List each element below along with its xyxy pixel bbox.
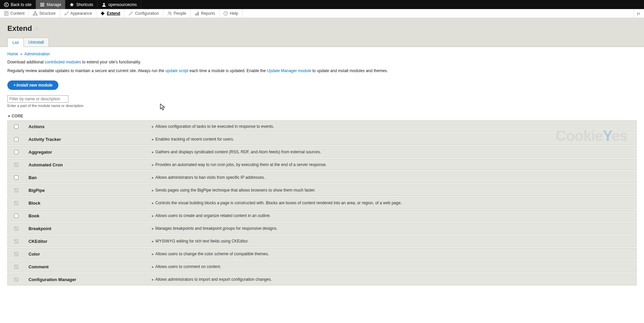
page-header: Extend ☆ List Uninstall xyxy=(0,18,644,47)
module-checkbox-cell xyxy=(8,265,24,269)
module-checkbox xyxy=(14,201,18,205)
breadcrumb-home[interactable]: Home xyxy=(7,52,18,56)
module-row: BookAllows users to create and organize … xyxy=(7,210,637,222)
shortcuts-link[interactable]: Shortcuts xyxy=(65,0,98,9)
breadcrumb: Home » Administration xyxy=(7,52,637,56)
filter-hint: Enter a part of the module name or descr… xyxy=(7,104,637,108)
update-manager-link[interactable]: Update Manager module xyxy=(267,68,311,73)
tab-uninstall[interactable]: Uninstall xyxy=(23,38,49,47)
module-description[interactable]: Enables tracking of recent content for u… xyxy=(152,137,636,142)
svg-text:?: ? xyxy=(225,12,227,15)
contributed-modules-link[interactable]: contributed modules xyxy=(45,60,81,64)
module-checkbox-cell xyxy=(8,252,24,256)
manage-link[interactable]: Manage xyxy=(36,0,65,9)
shortcuts-label: Shortcuts xyxy=(76,2,93,7)
help-text-2: Regularly review available updates to ma… xyxy=(7,68,637,74)
svg-point-7 xyxy=(170,12,171,13)
menu-reports[interactable]: Reports xyxy=(191,9,219,18)
module-description[interactable]: Allows users to comment on content. xyxy=(152,264,636,269)
module-row: BreakpointManages breakpoints and breakp… xyxy=(7,222,637,234)
menu-structure[interactable]: Structure xyxy=(29,9,60,18)
module-name: Configuration Manager xyxy=(24,277,152,282)
module-checkbox-cell xyxy=(8,124,24,129)
back-to-site-label: Back to site xyxy=(11,2,32,7)
module-checkbox-cell xyxy=(8,188,24,193)
module-description[interactable]: Sends pages using the BigPipe technique … xyxy=(152,188,636,193)
admin-menu: Content Structure Appearance Extend Conf… xyxy=(0,9,644,18)
module-description[interactable]: Controls the visual building blocks a pa… xyxy=(152,201,636,205)
appearance-icon xyxy=(64,11,69,16)
orientation-toggle[interactable] xyxy=(634,9,644,18)
module-name: Block xyxy=(24,201,152,206)
module-name: Book xyxy=(24,213,152,218)
module-checkbox xyxy=(14,277,18,282)
module-checkbox[interactable] xyxy=(14,137,18,142)
module-row: BigPipeSends pages using the BigPipe tec… xyxy=(7,184,637,196)
star-icon xyxy=(69,2,74,7)
module-row: BanAllows administrators to ban visits f… xyxy=(7,171,637,183)
svg-point-0 xyxy=(4,3,8,7)
menu-extend-label: Extend xyxy=(107,11,120,16)
filter-input[interactable] xyxy=(7,95,68,103)
module-checkbox xyxy=(14,265,18,269)
menu-configuration[interactable]: Configuration xyxy=(124,9,163,18)
module-row: BlockControls the visual building blocks… xyxy=(7,197,637,209)
module-name: Color xyxy=(24,252,152,257)
module-description[interactable]: Gathers and displays syndicated content … xyxy=(152,150,636,154)
menu-help[interactable]: ? Help xyxy=(219,9,243,18)
module-checkbox xyxy=(14,188,18,193)
module-row: ActionsAllows configuration of tasks to … xyxy=(7,120,637,132)
module-checkbox-cell xyxy=(8,175,24,180)
user-label: opensourcecms xyxy=(108,2,137,7)
module-description[interactable]: WYSIWYG editing for rich text fields usi… xyxy=(152,239,636,244)
svg-point-1 xyxy=(103,3,105,5)
arrow-left-icon xyxy=(637,11,641,16)
menu-extend[interactable]: Extend xyxy=(96,9,124,18)
module-name: CKEditor xyxy=(24,239,152,244)
back-to-site-link[interactable]: Back to site xyxy=(0,0,36,9)
module-description[interactable]: Allows users to change the color scheme … xyxy=(152,252,636,256)
svg-rect-4 xyxy=(33,14,35,15)
page-title: Extend xyxy=(7,24,32,33)
svg-rect-9 xyxy=(197,13,197,15)
install-new-module-button[interactable]: Install new module xyxy=(7,80,58,90)
breadcrumb-admin[interactable]: Administration xyxy=(24,52,50,56)
menu-help-label: Help xyxy=(230,11,238,16)
section-core-header[interactable]: CORE xyxy=(7,114,637,118)
module-name: Aggregator xyxy=(24,150,152,155)
module-description[interactable]: Allows administrators to import and expo… xyxy=(152,277,636,282)
user-link[interactable]: opensourcecms xyxy=(98,0,141,9)
module-row: AggregatorGathers and displays syndicate… xyxy=(7,146,637,158)
module-checkbox[interactable] xyxy=(14,214,18,218)
module-row: ColorAllows users to change the color sc… xyxy=(7,248,637,260)
tab-list[interactable]: List xyxy=(7,38,24,47)
module-row: CKEditorWYSIWYG editing for rich text fi… xyxy=(7,235,637,247)
help-text-1: Download additional contributed modules … xyxy=(7,59,637,65)
update-script-link[interactable]: update script xyxy=(165,68,189,73)
module-description[interactable]: Allows users to create and organize rela… xyxy=(152,213,636,218)
module-checkbox xyxy=(14,239,18,244)
module-description[interactable]: Manages breakpoints and breakpoint group… xyxy=(152,226,636,231)
module-checkbox-cell xyxy=(8,277,24,282)
module-checkbox[interactable] xyxy=(14,124,18,129)
people-icon xyxy=(167,11,172,16)
menu-content[interactable]: Content xyxy=(0,9,29,18)
module-checkbox[interactable] xyxy=(14,150,18,154)
module-row: CommentAllows users to comment on conten… xyxy=(7,261,637,273)
module-description[interactable]: Allows configuration of tasks to be exec… xyxy=(152,124,636,129)
menu-appearance[interactable]: Appearance xyxy=(60,9,97,18)
module-checkbox[interactable] xyxy=(14,175,18,180)
breadcrumb-sep: » xyxy=(20,52,22,56)
module-name: Actions xyxy=(24,124,152,129)
favorite-star-icon[interactable]: ☆ xyxy=(35,25,39,32)
menu-structure-label: Structure xyxy=(39,11,56,16)
content-region: Home » Administration Download additiona… xyxy=(0,47,644,300)
module-description[interactable]: Provides an automated way to run cron jo… xyxy=(152,162,636,167)
back-icon xyxy=(4,2,9,7)
svg-rect-8 xyxy=(195,14,196,15)
menu-people[interactable]: People xyxy=(163,9,191,18)
reports-icon xyxy=(195,11,199,16)
module-row: Automated CronProvides an automated way … xyxy=(7,159,637,171)
module-description[interactable]: Allows administrators to ban visits from… xyxy=(152,175,636,180)
module-checkbox-cell xyxy=(8,201,24,205)
